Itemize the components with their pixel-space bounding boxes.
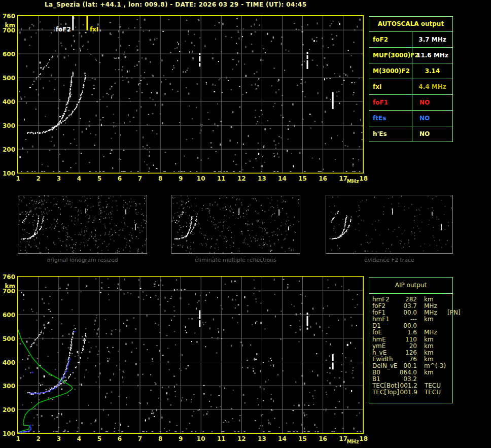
x-tick-label: 3 (52, 435, 65, 442)
autoscala-app-window: La_Spezia (lat: +44.1 , lon: 009.8) - DA… (0, 0, 491, 448)
aip-parameter-unit: km (417, 369, 446, 376)
aip-parameter-value: 110 (399, 336, 417, 343)
aip-parameter-value: 76 (399, 356, 417, 363)
x-tick-label: 11 (215, 435, 228, 442)
x-tick-label: 2 (32, 435, 45, 442)
x-tick-label: 6 (113, 435, 126, 442)
aip-parameter-value: 001.9 (399, 389, 417, 396)
autoscala-table-title: AUTOSCALA output (369, 17, 452, 31)
parameter-value: NO (412, 111, 452, 126)
aip-parameter-unit: MHz (417, 329, 446, 336)
aip-row-foe: foE1.6MHz (369, 329, 452, 336)
aip-parameter-label: ymE (369, 343, 399, 350)
autoscala-row-muf3000f2: MUF(3000)F211.6 MHz (369, 47, 452, 63)
aip-parameter-unit: km (417, 343, 446, 350)
aip-output-table: AIP output hmF2282kmfoF203.7MHzfoF100.0M… (369, 277, 453, 403)
x-tick-label: 10 (194, 435, 207, 442)
thumbnail-eliminate-reflections-image (171, 195, 300, 253)
y-tick-label: 760 (0, 273, 15, 281)
y-tick-label: 600 (0, 51, 15, 58)
thumbnail-evidence-f2-trace (326, 195, 453, 254)
y-tick-label: 600 (0, 312, 15, 319)
thumbnail-eliminate-reflections (171, 195, 300, 254)
x-tick-label: 6 (113, 175, 126, 182)
x-tick-label: 11 (215, 175, 228, 182)
thumbnail-original-ionogram (18, 195, 147, 254)
y-axis-unit-km: km (0, 283, 15, 290)
x-tick-label: 3 (52, 175, 65, 182)
x-tick-label: 9 (174, 175, 187, 182)
y-tick-label: 400 (0, 359, 15, 366)
bottom-ionogram-plot (17, 276, 364, 434)
x-tick-label: 14 (275, 175, 289, 182)
parameter-label: MUF(3000)F2 (369, 48, 412, 63)
caption-evidence-f2-trace: evidence F2 trace (326, 257, 453, 263)
x-tick-label: 7 (133, 435, 147, 442)
aip-parameter-label: h_vE (369, 350, 399, 356)
aip-parameter-label: hmE (369, 336, 399, 343)
x-tick-label: 15 (296, 175, 309, 182)
aip-parameter-label: Ewidth (369, 356, 399, 363)
x-tick-label: 4 (73, 435, 86, 442)
x-tick-label: 4 (73, 175, 86, 182)
station-date-title: La_Spezia (lat: +44.1 , lon: 009.8) - DA… (45, 1, 307, 8)
parameter-label: foF2 (369, 32, 412, 47)
x-axis-unit-mhz: MHz (347, 179, 359, 184)
x-tick-label: 9 (174, 435, 187, 442)
autoscala-row-ftes: ftEsNO (369, 110, 452, 126)
aip-parameter-unit: km (417, 336, 446, 343)
x-tick-label: 16 (317, 175, 330, 182)
y-tick-label: 200 (0, 146, 15, 153)
y-tick-label: 400 (0, 98, 15, 106)
aip-row-tectop: TEC[Top]001.9TECU (369, 389, 452, 396)
aip-parameter-flag: [PN] (446, 309, 461, 316)
parameter-label: ftEs (369, 111, 412, 126)
autoscala-row-m3000f2: M(3000)F23.14 (369, 63, 452, 79)
x-tick-label: 5 (93, 175, 106, 182)
aip-parameter-value: 1.6 (399, 329, 417, 336)
aip-row-hme: hmE110km (369, 336, 452, 343)
svg-text:fxI: fxI (90, 26, 98, 33)
x-tick-label: 14 (275, 435, 289, 442)
x-tick-label: 2 (32, 175, 45, 182)
x-tick-label: 15 (296, 435, 309, 442)
aip-parameter-unit: km (417, 316, 446, 323)
x-tick-label: 1 (12, 435, 25, 442)
parameter-value: 3.14 (412, 63, 452, 79)
y-tick-label: 300 (0, 122, 15, 129)
x-tick-label: 10 (194, 175, 207, 182)
autoscala-row-fof1: foF1NO (369, 94, 452, 110)
parameter-label: foF1 (369, 95, 412, 110)
x-tick-label: 8 (154, 435, 167, 442)
caption-eliminate-reflections: eliminate multiple reflections (171, 257, 300, 263)
autoscala-row-hes: h'EsNO (369, 126, 452, 142)
aip-parameter-unit: km (417, 350, 446, 356)
svg-text:foF2: foF2 (56, 26, 71, 33)
x-tick-label: 13 (255, 435, 268, 442)
parameter-value: 4.4 MHz (412, 79, 452, 94)
y-axis-unit-km: km (0, 22, 15, 29)
x-tick-label: 16 (317, 435, 330, 442)
x-tick-label: 1 (12, 175, 25, 182)
x-tick-label: 12 (235, 435, 248, 442)
parameter-value: NO (412, 126, 452, 142)
top-ionogram-plot: foF2fxI (17, 15, 364, 174)
parameter-label: M(3000)F2 (369, 63, 412, 79)
aip-table-title: AIP output (369, 278, 452, 294)
aip-row-yme: ymE20km (369, 343, 452, 350)
x-tick-label: 7 (133, 175, 147, 182)
thumbnail-original-ionogram-image (18, 195, 147, 253)
autoscala-table-rows: foF23.7 MHzMUF(3000)F211.6 MHzM(3000)F23… (369, 31, 452, 142)
y-tick-label: 200 (0, 406, 15, 413)
caption-original-ionogram: original ionogram resized (18, 257, 147, 263)
aip-parameter-unit: TECU (417, 389, 447, 396)
autoscala-row-fxi: fxI4.4 MHz (369, 79, 452, 94)
aip-table-rows: hmF2282kmfoF203.7MHzfoF100.0MHz[PN]hmF1-… (369, 294, 452, 396)
y-tick-label: 760 (0, 13, 15, 20)
y-tick-label: 500 (0, 75, 15, 82)
parameter-label: fxI (369, 79, 412, 94)
autoscala-output-table: AUTOSCALA output foF23.7 MHzMUF(3000)F21… (369, 16, 453, 142)
parameter-value: NO (412, 95, 452, 110)
aip-parameter-label: TEC[Top] (369, 389, 399, 396)
x-tick-label: 8 (154, 175, 167, 182)
